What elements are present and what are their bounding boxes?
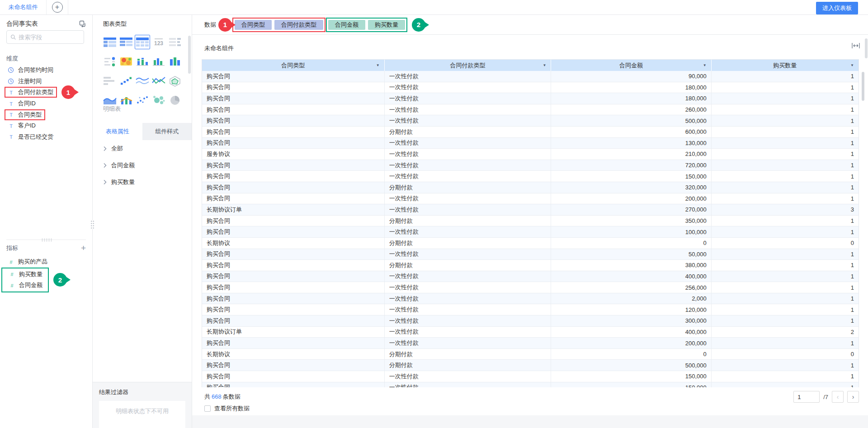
table-cell: 分期付款 xyxy=(385,216,552,227)
grouped-table-chart-icon[interactable] xyxy=(118,35,134,49)
table-cell: 1 xyxy=(712,249,859,260)
prev-page-button[interactable]: ‹ xyxy=(832,391,844,403)
svg-text:T: T xyxy=(9,112,13,118)
chart-grid-scrollbar[interactable] xyxy=(188,36,191,74)
table-cell: 1 xyxy=(712,127,859,138)
resize-handle-vertical[interactable] xyxy=(90,220,94,229)
pie-chart-icon[interactable] xyxy=(167,93,183,108)
combo-chart-icon[interactable] xyxy=(118,93,134,108)
table-cell: 购买合同 xyxy=(202,115,385,127)
field-search-box[interactable] xyxy=(6,30,84,44)
table-row: 长期协议分期付款00 xyxy=(202,349,859,360)
measure-field-2[interactable]: #合同金额 xyxy=(2,280,44,291)
measure-pill-1[interactable]: 购买数量 xyxy=(368,20,405,30)
table-cell: 购买合同 xyxy=(202,249,385,260)
dimension-field-4[interactable]: T合同类型 xyxy=(0,109,92,120)
kpi-list-chart-icon[interactable] xyxy=(167,35,183,49)
table-cell: 分期付款 xyxy=(385,349,552,360)
column-header-label: 合同付款类型 xyxy=(450,61,486,70)
progress-list-chart-icon[interactable] xyxy=(102,54,118,69)
tab-table-properties[interactable]: 表格属性 xyxy=(93,123,142,140)
table-cell: 分期付款 xyxy=(385,127,552,138)
measure-field-0[interactable]: #购买的产品 xyxy=(0,256,92,268)
table-cell: 1 xyxy=(712,71,859,82)
dimension-field-6[interactable]: T是否已经交货 xyxy=(0,132,92,143)
dimension-field-3[interactable]: T合同ID xyxy=(0,98,92,109)
table-cell: 1 xyxy=(712,282,859,293)
dimension-pill-0[interactable]: 合同类型 xyxy=(235,20,272,30)
column-dropdown-icon[interactable]: ▼ xyxy=(850,63,854,67)
number-icon: # xyxy=(7,258,14,265)
crosstab-chart-icon[interactable] xyxy=(102,35,118,49)
total-count[interactable]: 668 xyxy=(210,393,223,400)
fit-width-icon[interactable] xyxy=(852,42,860,50)
column-header-0[interactable]: 合同类型▼ xyxy=(202,60,385,71)
table-cell: 320,000 xyxy=(551,182,711,193)
dimension-field-0[interactable]: 合同签约时间 xyxy=(0,65,92,76)
component-title: 未命名组件 xyxy=(204,44,234,52)
dimension-field-1[interactable]: 注册时间 xyxy=(0,76,92,87)
table-row: 购买合同一次性付款120,0001 xyxy=(202,304,859,315)
grouped-bar-chart-icon[interactable] xyxy=(151,54,166,69)
detail-table-chart-icon[interactable] xyxy=(135,35,150,49)
kpi-card-chart-icon[interactable]: 123 xyxy=(151,35,166,49)
search-input[interactable] xyxy=(19,34,80,41)
table-row: 购买合同一次性付款90,0001 xyxy=(202,71,859,82)
table-row: 长期协议订单一次性付款400,0002 xyxy=(202,327,859,338)
table-cell: 一次性付款 xyxy=(385,204,552,216)
column-header-2[interactable]: 合同金额▼ xyxy=(551,60,711,71)
resize-handle-horizontal[interactable] xyxy=(41,238,53,241)
add-component-tab[interactable]: + xyxy=(47,0,68,14)
section-label: 购买数量 xyxy=(111,178,135,186)
section-2[interactable]: 购买数量 xyxy=(93,174,192,190)
table-cell: 购买合同 xyxy=(202,104,385,116)
table-cell: 400,000 xyxy=(551,271,711,282)
column-chart-icon[interactable] xyxy=(167,54,183,69)
search-icon xyxy=(10,34,16,40)
column-header-1[interactable]: 合同付款类型▼ xyxy=(385,60,552,71)
section-0[interactable]: 全部 xyxy=(93,140,192,157)
measure-pill-0[interactable]: 合同金额 xyxy=(328,20,365,30)
next-page-button[interactable]: › xyxy=(847,391,859,403)
tab-component-style[interactable]: 组件样式 xyxy=(142,123,192,140)
table-cell: 购买合同 xyxy=(202,226,385,238)
column-dropdown-icon[interactable]: ▼ xyxy=(543,63,547,67)
window-scrollbar[interactable] xyxy=(865,38,868,58)
table-cell: 1 xyxy=(712,338,859,349)
table-cell: 分期付款 xyxy=(385,182,552,193)
enter-dashboard-button[interactable]: 进入仪表板 xyxy=(816,2,858,14)
measure-field-1[interactable]: #购买数量 xyxy=(2,269,44,280)
table-cell: 一次性付款 xyxy=(385,193,552,205)
step-scatter-chart-icon[interactable] xyxy=(118,74,134,88)
column-dropdown-icon[interactable]: ▼ xyxy=(703,63,707,67)
multi-line-chart-icon[interactable] xyxy=(151,74,166,88)
table-row: 购买合同分期付款350,0001 xyxy=(202,216,859,227)
column-header-3[interactable]: 购买数量▼ xyxy=(712,60,859,71)
view-all-data-checkbox-row[interactable]: 查看所有数据 xyxy=(204,404,250,413)
dimension-field-2[interactable]: T合同付款类型1 xyxy=(0,87,92,98)
line-chart-icon[interactable] xyxy=(135,74,150,88)
h-bar-chart-icon[interactable] xyxy=(102,74,118,88)
add-measure-button[interactable]: + xyxy=(81,244,86,252)
dimension-field-5[interactable]: T客户ID xyxy=(0,120,92,132)
checkbox-icon[interactable] xyxy=(204,405,211,412)
component-tab[interactable]: 未命名组件 xyxy=(0,0,47,14)
stacked-bar-chart-icon[interactable] xyxy=(135,54,150,69)
data-shelf: 数据 1 合同类型合同付款类型 合同金额购买数量 2 xyxy=(192,15,868,35)
section-label: 全部 xyxy=(111,145,123,153)
dimension-field-label: 客户ID xyxy=(18,122,36,130)
heatmap-chart-icon[interactable] xyxy=(118,54,134,69)
table-scrollbar[interactable] xyxy=(862,72,864,101)
table-cell: 0 xyxy=(551,349,711,360)
page-input[interactable] xyxy=(793,391,820,403)
annotation-marker-1: 1 xyxy=(61,85,75,99)
column-dropdown-icon[interactable]: ▼ xyxy=(376,63,380,67)
dimension-pill-1[interactable]: 合同付款类型 xyxy=(274,20,323,30)
bubble-chart-icon[interactable] xyxy=(151,93,166,108)
radar-chart-icon[interactable] xyxy=(167,74,183,88)
table-cell: 350,000 xyxy=(551,216,711,227)
section-1[interactable]: 合同金额 xyxy=(93,157,192,174)
table-cell: 长期协议 xyxy=(202,349,385,360)
scatter-chart-icon[interactable] xyxy=(135,93,150,108)
switch-dataset-icon[interactable] xyxy=(79,20,87,28)
